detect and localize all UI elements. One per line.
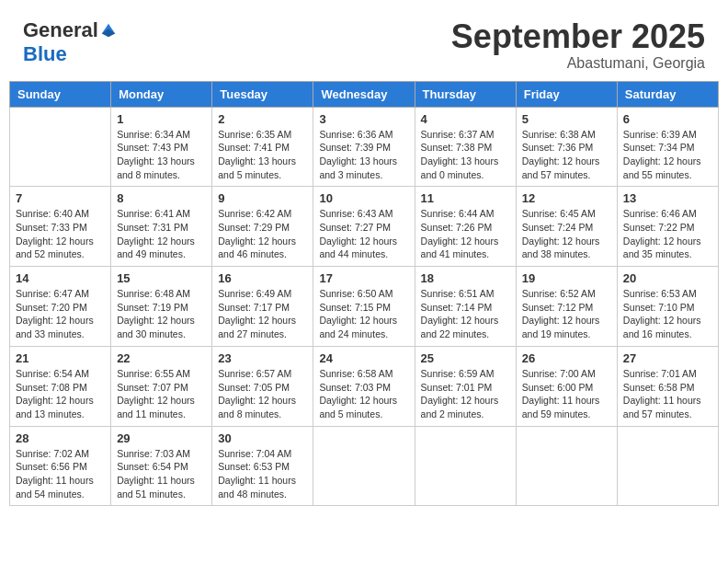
- day-number: 25: [421, 351, 510, 365]
- day-number: 27: [623, 351, 712, 365]
- calendar-week-3: 14Sunrise: 6:47 AMSunset: 7:20 PMDayligh…: [10, 267, 719, 347]
- day-info: Sunrise: 6:50 AMSunset: 7:15 PMDaylight:…: [319, 287, 408, 341]
- day-number: 21: [16, 351, 105, 365]
- day-info: Sunrise: 6:59 AMSunset: 7:01 PMDaylight:…: [421, 367, 510, 421]
- day-number: 7: [16, 191, 105, 205]
- day-number: 30: [218, 431, 307, 445]
- day-number: 3: [319, 112, 408, 126]
- calendar-cell: 3Sunrise: 6:36 AMSunset: 7:39 PMDaylight…: [313, 107, 415, 187]
- calendar-cell: 10Sunrise: 6:43 AMSunset: 7:27 PMDayligh…: [313, 187, 415, 267]
- day-number: 22: [117, 351, 206, 365]
- weekday-header-saturday: Saturday: [617, 81, 718, 107]
- calendar-cell: 1Sunrise: 6:34 AMSunset: 7:43 PMDaylight…: [111, 107, 212, 187]
- logo-icon: [100, 22, 117, 39]
- calendar-cell: 30Sunrise: 7:04 AMSunset: 6:53 PMDayligh…: [212, 426, 313, 506]
- page-header: General Blue September 2025 Abastumani, …: [9, 9, 719, 76]
- calendar-cell: 21Sunrise: 6:54 AMSunset: 7:08 PMDayligh…: [10, 346, 111, 426]
- day-number: 23: [218, 351, 307, 365]
- day-info: Sunrise: 6:49 AMSunset: 7:17 PMDaylight:…: [218, 287, 307, 341]
- logo: General Blue: [23, 18, 117, 66]
- day-info: Sunrise: 6:39 AMSunset: 7:34 PMDaylight:…: [623, 128, 712, 182]
- calendar-cell: 16Sunrise: 6:49 AMSunset: 7:17 PMDayligh…: [212, 267, 313, 347]
- svg-marker-1: [102, 29, 115, 37]
- calendar-cell: 20Sunrise: 6:53 AMSunset: 7:10 PMDayligh…: [617, 267, 718, 347]
- day-number: 16: [218, 271, 307, 285]
- calendar-cell: 25Sunrise: 6:59 AMSunset: 7:01 PMDayligh…: [415, 346, 516, 426]
- day-info: Sunrise: 6:35 AMSunset: 7:41 PMDaylight:…: [218, 128, 307, 182]
- day-info: Sunrise: 6:42 AMSunset: 7:29 PMDaylight:…: [218, 207, 307, 261]
- day-number: 4: [421, 112, 510, 126]
- day-number: 1: [117, 112, 206, 126]
- calendar-cell: 26Sunrise: 7:00 AMSunset: 6:00 PMDayligh…: [516, 346, 617, 426]
- title-area: September 2025 Abastumani, Georgia: [451, 18, 705, 72]
- day-info: Sunrise: 6:51 AMSunset: 7:14 PMDaylight:…: [421, 287, 510, 341]
- calendar-cell: 13Sunrise: 6:46 AMSunset: 7:22 PMDayligh…: [617, 187, 718, 267]
- day-number: 8: [117, 191, 206, 205]
- day-info: Sunrise: 6:58 AMSunset: 7:03 PMDaylight:…: [319, 367, 408, 421]
- day-info: Sunrise: 6:34 AMSunset: 7:43 PMDaylight:…: [117, 128, 206, 182]
- calendar-cell: 8Sunrise: 6:41 AMSunset: 7:31 PMDaylight…: [111, 187, 212, 267]
- calendar-cell: 29Sunrise: 7:03 AMSunset: 6:54 PMDayligh…: [111, 426, 212, 506]
- day-info: Sunrise: 6:36 AMSunset: 7:39 PMDaylight:…: [319, 128, 408, 182]
- location: Abastumani, Georgia: [451, 55, 705, 72]
- day-number: 5: [522, 112, 611, 126]
- day-info: Sunrise: 6:54 AMSunset: 7:08 PMDaylight:…: [16, 367, 105, 421]
- weekday-header-sunday: Sunday: [10, 81, 111, 107]
- day-number: 9: [218, 191, 307, 205]
- day-info: Sunrise: 6:41 AMSunset: 7:31 PMDaylight:…: [117, 207, 206, 261]
- day-info: Sunrise: 6:48 AMSunset: 7:19 PMDaylight:…: [117, 287, 206, 341]
- calendar-cell: 4Sunrise: 6:37 AMSunset: 7:38 PMDaylight…: [415, 107, 516, 187]
- calendar-cell: 2Sunrise: 6:35 AMSunset: 7:41 PMDaylight…: [212, 107, 313, 187]
- day-number: 12: [522, 191, 611, 205]
- day-number: 11: [421, 191, 510, 205]
- day-number: 18: [421, 271, 510, 285]
- calendar-cell: 27Sunrise: 7:01 AMSunset: 6:58 PMDayligh…: [617, 346, 718, 426]
- logo-blue: Blue: [23, 42, 67, 66]
- day-info: Sunrise: 6:57 AMSunset: 7:05 PMDaylight:…: [218, 367, 307, 421]
- calendar-cell: 19Sunrise: 6:52 AMSunset: 7:12 PMDayligh…: [516, 267, 617, 347]
- day-info: Sunrise: 6:46 AMSunset: 7:22 PMDaylight:…: [623, 207, 712, 261]
- day-info: Sunrise: 7:00 AMSunset: 6:00 PMDaylight:…: [522, 367, 611, 421]
- day-number: 20: [623, 271, 712, 285]
- calendar-cell: [415, 426, 516, 506]
- day-number: 28: [16, 431, 105, 445]
- day-info: Sunrise: 6:37 AMSunset: 7:38 PMDaylight:…: [421, 128, 510, 182]
- calendar-week-4: 21Sunrise: 6:54 AMSunset: 7:08 PMDayligh…: [10, 346, 719, 426]
- calendar-week-5: 28Sunrise: 7:02 AMSunset: 6:56 PMDayligh…: [10, 426, 719, 506]
- day-number: 17: [319, 271, 408, 285]
- day-info: Sunrise: 6:47 AMSunset: 7:20 PMDaylight:…: [16, 287, 105, 341]
- calendar-cell: 14Sunrise: 6:47 AMSunset: 7:20 PMDayligh…: [10, 267, 111, 347]
- calendar-week-1: 1Sunrise: 6:34 AMSunset: 7:43 PMDaylight…: [10, 107, 719, 187]
- calendar-cell: [313, 426, 415, 506]
- day-info: Sunrise: 7:04 AMSunset: 6:53 PMDaylight:…: [218, 447, 307, 501]
- weekday-header-monday: Monday: [111, 81, 212, 107]
- day-info: Sunrise: 6:55 AMSunset: 7:07 PMDaylight:…: [117, 367, 206, 421]
- day-number: 13: [623, 191, 712, 205]
- day-info: Sunrise: 6:44 AMSunset: 7:26 PMDaylight:…: [421, 207, 510, 261]
- day-number: 24: [319, 351, 408, 365]
- calendar-cell: 9Sunrise: 6:42 AMSunset: 7:29 PMDaylight…: [212, 187, 313, 267]
- calendar-table: SundayMondayTuesdayWednesdayThursdayFrid…: [9, 81, 719, 507]
- weekday-header-thursday: Thursday: [415, 81, 516, 107]
- day-number: 29: [117, 431, 206, 445]
- day-info: Sunrise: 7:03 AMSunset: 6:54 PMDaylight:…: [117, 447, 206, 501]
- calendar-cell: 28Sunrise: 7:02 AMSunset: 6:56 PMDayligh…: [10, 426, 111, 506]
- day-info: Sunrise: 6:40 AMSunset: 7:33 PMDaylight:…: [16, 207, 105, 261]
- day-number: 6: [623, 112, 712, 126]
- month-title: September 2025: [451, 18, 705, 55]
- day-info: Sunrise: 7:01 AMSunset: 6:58 PMDaylight:…: [623, 367, 712, 421]
- calendar-cell: [10, 107, 111, 187]
- day-number: 26: [522, 351, 611, 365]
- day-number: 14: [16, 271, 105, 285]
- calendar-cell: 7Sunrise: 6:40 AMSunset: 7:33 PMDaylight…: [10, 187, 111, 267]
- calendar-week-2: 7Sunrise: 6:40 AMSunset: 7:33 PMDaylight…: [10, 187, 719, 267]
- calendar-cell: 17Sunrise: 6:50 AMSunset: 7:15 PMDayligh…: [313, 267, 415, 347]
- weekday-header-row: SundayMondayTuesdayWednesdayThursdayFrid…: [10, 81, 719, 107]
- day-info: Sunrise: 6:45 AMSunset: 7:24 PMDaylight:…: [522, 207, 611, 261]
- logo-general: General: [23, 18, 98, 42]
- calendar-cell: 23Sunrise: 6:57 AMSunset: 7:05 PMDayligh…: [212, 346, 313, 426]
- weekday-header-tuesday: Tuesday: [212, 81, 313, 107]
- calendar-cell: [516, 426, 617, 506]
- calendar-cell: 24Sunrise: 6:58 AMSunset: 7:03 PMDayligh…: [313, 346, 415, 426]
- day-info: Sunrise: 6:52 AMSunset: 7:12 PMDaylight:…: [522, 287, 611, 341]
